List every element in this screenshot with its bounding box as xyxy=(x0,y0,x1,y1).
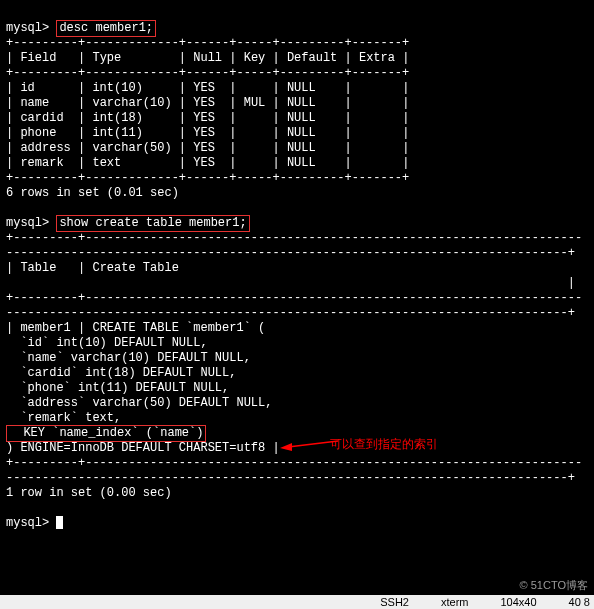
row-type: text xyxy=(92,156,121,170)
input-cursor[interactable] xyxy=(56,516,63,529)
col-type: Type xyxy=(92,51,121,65)
row-null: YES xyxy=(193,81,215,95)
row-null: YES xyxy=(193,111,215,125)
separator-dots: ----------------------------------------… xyxy=(6,306,575,320)
ddl-line: `phone` int(11) DEFAULT NULL, xyxy=(6,381,229,395)
row-null: YES xyxy=(193,156,215,170)
col-table: Table xyxy=(20,261,56,275)
ddl-table-name: member1 xyxy=(20,321,70,335)
mysql-prompt: mysql> xyxy=(6,21,49,35)
separator-dots: ----------------------------------------… xyxy=(6,471,575,485)
col-key: Key xyxy=(244,51,266,65)
row-default: NULL xyxy=(287,96,316,110)
col-null: Null xyxy=(193,51,222,65)
row-type: varchar(10) xyxy=(92,96,171,110)
row-type: int(11) xyxy=(92,126,142,140)
col-default: Default xyxy=(287,51,337,65)
row-default: NULL xyxy=(287,156,316,170)
row-null: YES xyxy=(193,96,215,110)
row-type: varchar(50) xyxy=(92,141,171,155)
row-null: YES xyxy=(193,141,215,155)
table-border: +---------+-------------+------+-----+--… xyxy=(6,36,409,50)
ddl-line: `id` int(10) DEFAULT NULL, xyxy=(6,336,208,350)
command-desc-member1: desc member1; xyxy=(56,20,156,37)
row-field: remark xyxy=(20,156,63,170)
status-size: 104x40 xyxy=(500,596,536,608)
status-proto: SSH2 xyxy=(380,596,409,608)
row-field: phone xyxy=(20,126,56,140)
row-field: cardid xyxy=(20,111,63,125)
mysql-terminal[interactable]: mysql> desc member1; +---------+--------… xyxy=(0,0,594,609)
result-footer: 1 row in set (0.00 sec) xyxy=(6,486,172,500)
col-field: Field xyxy=(20,51,56,65)
row-type: int(10) xyxy=(92,81,142,95)
row-null: YES xyxy=(193,126,215,140)
row-field: id xyxy=(20,81,34,95)
ddl-open: CREATE TABLE `member1` ( xyxy=(92,321,265,335)
ddl-close: ) ENGINE=InnoDB DEFAULT CHARSET=utf8 | xyxy=(6,441,280,455)
ddl-line: `name` varchar(10) DEFAULT NULL, xyxy=(6,351,251,365)
command-show-create-table: show create table member1; xyxy=(56,215,249,232)
row-key: MUL xyxy=(244,96,266,110)
ddl-line: `address` varchar(50) DEFAULT NULL, xyxy=(6,396,272,410)
row-field: name xyxy=(20,96,49,110)
row-type: int(18) xyxy=(92,111,142,125)
table-border: +---------+-------------+------+-----+--… xyxy=(6,66,409,80)
ddl-key-line-highlight: KEY `name_index` (`name`) xyxy=(6,425,206,442)
mysql-prompt: mysql> xyxy=(6,216,49,230)
result-footer: 6 rows in set (0.01 sec) xyxy=(6,186,179,200)
col-create-table: Create Table xyxy=(92,261,178,275)
row-default: NULL xyxy=(287,81,316,95)
separator-dots: ----------------------------------------… xyxy=(6,246,575,260)
row-default: NULL xyxy=(287,141,316,155)
ddl-line: `remark` text, xyxy=(6,411,121,425)
table-border: +---------+-------------+------+-----+--… xyxy=(6,171,409,185)
status-extra: 40 8 xyxy=(569,596,590,608)
row-default: NULL xyxy=(287,126,316,140)
mysql-prompt: mysql> xyxy=(6,516,49,530)
col-extra: Extra xyxy=(359,51,395,65)
row-field: address xyxy=(20,141,70,155)
status-bar: SSH2 xterm 104x40 40 8 xyxy=(0,595,594,609)
status-term: xterm xyxy=(441,596,469,608)
ddl-line: `cardid` int(18) DEFAULT NULL, xyxy=(6,366,236,380)
row-default: NULL xyxy=(287,111,316,125)
